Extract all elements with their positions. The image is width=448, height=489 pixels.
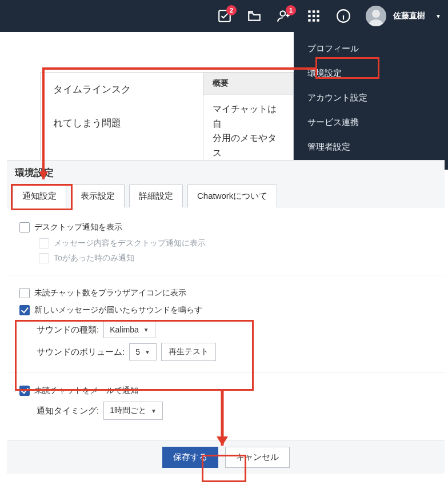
dialog-tabs: 通知設定 表示設定 詳細設定 Chatworkについて [13,184,439,207]
svg-rect-4 [317,10,319,13]
select-sound-volume[interactable]: 5 ▼ [129,343,157,360]
label-sound-type: サウンドの種類: [37,324,99,335]
add-contact-icon[interactable]: 1 [277,9,291,23]
menu-profile[interactable]: プロフィール [294,37,448,61]
svg-rect-2 [308,10,310,13]
menu-integrations[interactable]: サービス連携 [294,110,448,135]
contact-badge: 1 [286,5,296,15]
checkbox-mail-notify[interactable] [19,386,30,396]
button-play-test[interactable]: 再生テスト [161,343,216,361]
label-mail-timing: 通知タイミング: [37,406,99,416]
svg-rect-9 [313,19,315,21]
dialog-header: 環境設定 通知設定 表示設定 詳細設定 Chatworkについて [7,160,445,207]
svg-rect-5 [308,15,310,17]
row-sound-volume: サウンドのボリューム: 5 ▼ 再生テスト [37,340,432,363]
dialog-footer: 保存する キャンセル [7,440,445,474]
menu-admin[interactable]: 管理者設定 [294,135,448,159]
tab-advanced[interactable]: 詳細設定 [129,185,183,207]
svg-rect-10 [317,19,319,21]
row-sound: 新しいメッセージが届いたらサウンドを鳴らす [19,302,432,319]
card-left: タイムラインスク れてしまう問題 [41,73,203,140]
card-body-line: マイチャットは自 [213,102,284,131]
user-name: 佐藤直樹 [393,11,425,21]
label-unread-browser: 未読チャット数をブラウザアイコンに表示 [34,288,186,298]
tab-display[interactable]: 表示設定 [71,185,125,207]
checkbox-desktop-to-only[interactable] [39,253,49,263]
select-mail-timing-value: 1時間ごと [110,406,146,416]
task-icon[interactable]: 2 [217,9,232,23]
row-unread-browser: 未読チャット数をブラウザアイコンに表示 [19,284,432,302]
chevron-down-icon: ▼ [435,13,441,19]
card-text-line: タイムラインスク [41,73,203,106]
topbar-right: 2 1 [217,0,441,32]
card-text-line: れてしまう問題 [41,106,203,140]
card-right-header: 概要 [203,73,293,95]
menu-account[interactable]: アカウント設定 [294,86,448,110]
label-sound-volume: サウンドのボリューム: [37,347,125,358]
preferences-dialog: 環境設定 通知設定 表示設定 詳細設定 Chatworkについて デスクトップ通… [7,160,445,474]
task-badge: 2 [226,5,237,15]
label-mail-notify: 未読チャットをメールで通知 [34,386,138,396]
label-desktop-show-content: メッセージ内容をデスクトップ通知に表示 [54,238,206,248]
card-body-line: 分用のメモやタス [213,131,284,160]
select-sound-volume-value: 5 [135,347,140,356]
row-mail-timing: 通知タイミング: 1時間ごと ▼ [37,399,432,422]
row-sound-type: サウンドの種類: Kalimba ▼ [37,319,432,340]
apps-icon[interactable] [306,9,321,23]
dialog-title: 環境設定 [13,161,439,184]
checkbox-desktop-show-content[interactable] [39,238,49,248]
row-desktop-notify: デスクトップ通知を表示 [19,219,432,236]
menu-preferences[interactable]: 環境設定 [294,61,448,86]
svg-rect-8 [308,19,310,21]
select-mail-timing[interactable]: 1時間ごと ▼ [103,402,163,420]
user-dropdown: プロフィール 環境設定 アカウント設定 サービス連携 管理者設定 [294,32,448,170]
select-sound-type-value: Kalimba [110,325,139,334]
tab-notifications[interactable]: 通知設定 [13,185,66,207]
chevron-down-icon: ▼ [143,327,149,333]
checkbox-unread-browser[interactable] [19,288,30,298]
label-desktop-notify: デスクトップ通知を表示 [34,222,122,233]
chevron-down-icon: ▼ [145,349,150,355]
label-desktop-to-only: Toがあった時のみ通知 [54,253,134,263]
folder-icon[interactable] [247,9,262,23]
user-menu-trigger[interactable]: 佐藤直樹 ▼ [366,6,441,26]
tab-about[interactable]: Chatworkについて [187,185,277,207]
avatar [366,6,386,26]
row-mail-notify: 未読チャットをメールで通知 [19,382,432,399]
topbar: 2 1 [0,0,448,32]
svg-rect-7 [317,15,319,17]
checkbox-sound[interactable] [19,305,30,315]
svg-rect-3 [313,10,315,13]
svg-point-13 [372,10,380,18]
desktop-sub-options: メッセージ内容をデスクトップ通知に表示 Toがあった時のみ通知 [39,236,432,266]
select-sound-type[interactable]: Kalimba ▼ [103,321,155,338]
checkbox-desktop-notify[interactable] [19,222,30,233]
save-button[interactable]: 保存する [162,447,218,468]
label-sound: 新しいメッセージが届いたらサウンドを鳴らす [34,305,202,315]
info-icon[interactable] [336,9,351,23]
chevron-down-icon: ▼ [151,408,157,414]
cancel-button[interactable]: キャンセル [225,447,290,468]
svg-point-1 [281,11,286,16]
svg-rect-6 [313,15,315,17]
dialog-body: デスクトップ通知を表示 メッセージ内容をデスクトップ通知に表示 Toがあった時の… [7,207,445,474]
